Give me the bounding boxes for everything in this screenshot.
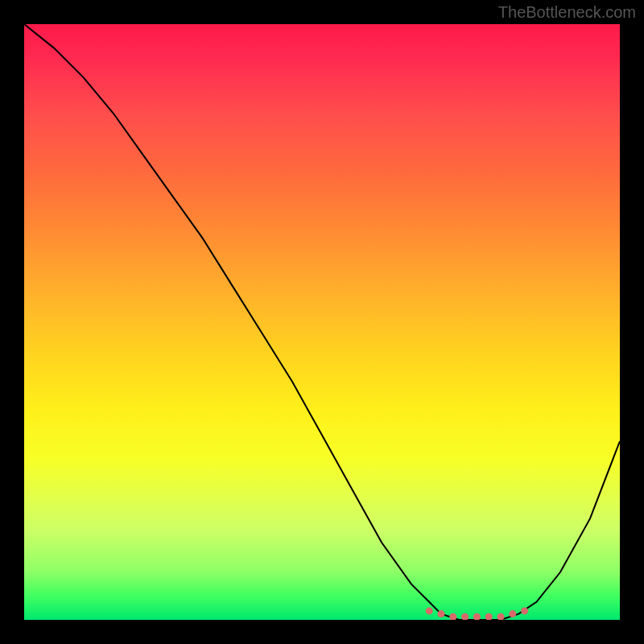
optimal-marker-dot [473, 613, 481, 620]
chart-svg [24, 24, 620, 620]
optimal-marker-dot [497, 613, 505, 620]
chart-plot-area [24, 24, 620, 620]
watermark-text: TheBottleneck.com [498, 3, 636, 22]
optimal-zone-markers [426, 607, 528, 620]
optimal-marker-dot [485, 613, 493, 620]
optimal-marker-dot [426, 607, 433, 614]
optimal-marker-dot [438, 610, 445, 617]
bottleneck-curve-line [24, 24, 620, 620]
optimal-marker-dot [449, 613, 456, 620]
optimal-marker-dot [509, 610, 516, 617]
optimal-marker-dot [461, 613, 469, 620]
optimal-marker-dot [521, 607, 528, 614]
